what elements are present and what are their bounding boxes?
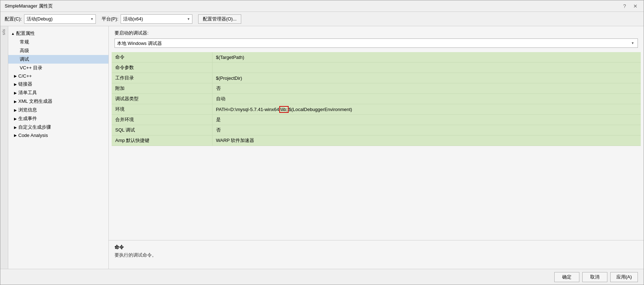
prop-value-workdir[interactable]: $(ProjectDir) (212, 73, 641, 83)
tree-item-code-analysis[interactable]: ▶ Code Analysis (8, 132, 108, 139)
debugger-select[interactable]: 本地 Windows 调试器 (115, 38, 638, 48)
table-row: SQL 调试 否 (112, 125, 641, 135)
tree-root-item[interactable]: ▲ 配置属性 (8, 29, 108, 38)
tree-item-build-events[interactable]: ▶ 生成事件 (8, 114, 108, 123)
prop-name-args: 命令参数 (112, 63, 212, 73)
linker-arrow-icon: ▶ (14, 82, 17, 86)
prop-name-debugger-type: 调试器类型 (112, 94, 212, 104)
debugger-select-wrapper: 本地 Windows 调试器 (115, 38, 638, 48)
platform-select-wrapper: 活动(x64) (121, 14, 192, 24)
prop-value-merge-env[interactable]: 是 (212, 115, 641, 125)
debugger-selector-row: 要启动的调试器: 本地 Windows 调试器 (109, 26, 644, 51)
root-arrow-icon: ▲ (11, 32, 15, 36)
cpp-arrow-icon: ▶ (14, 74, 17, 78)
apply-button[interactable]: 应用(A) (610, 272, 638, 282)
left-sidebar-strip: sys (0, 26, 8, 269)
prop-name-workdir: 工作目录 (112, 73, 212, 83)
prop-value-command[interactable]: $(TargetPath) (212, 52, 641, 63)
tree-root-label: 配置属性 (16, 30, 35, 37)
props-table-wrapper: 命令 $(TargetPath) 命令参数 工作目录 $(ProjectDir) (109, 51, 644, 240)
right-panel: 要启动的调试器: 本地 Windows 调试器 命令 $(TargetPath) (109, 26, 644, 269)
code-analysis-arrow-icon: ▶ (14, 133, 17, 137)
table-row: Amp 默认快捷键 WARP 软件加速器 (112, 135, 641, 146)
xml-label: XML 文档生成器 (18, 98, 52, 105)
manifest-arrow-icon: ▶ (14, 91, 17, 95)
tree-item-manifest[interactable]: ▶ 清单工具 (8, 88, 108, 97)
help-button[interactable]: ? (621, 2, 629, 10)
description-area: 命令 要执行的调试命令。 (109, 240, 644, 269)
tree-item-custom-build[interactable]: ▶ 自定义生成步骤 (8, 123, 108, 132)
table-row: 附加 否 (112, 83, 641, 94)
custom-build-label: 自定义生成步骤 (18, 124, 51, 130)
prop-name-sql-debug: SQL 调试 (112, 125, 212, 135)
table-row: 工作目录 $(ProjectDir) (112, 73, 641, 83)
props-table: 命令 $(TargetPath) 命令参数 工作目录 $(ProjectDir) (112, 52, 641, 146)
tree-item-xml[interactable]: ▶ XML 文档生成器 (8, 97, 108, 106)
dialog: SimpleManager 属性页 ? ✕ 配置(C): 活动(Debug) 平… (0, 0, 644, 285)
manifest-label: 清单工具 (18, 89, 37, 96)
tree-item-linker[interactable]: ▶ 链接器 (8, 80, 108, 88)
tree-item-general[interactable]: 常规 (8, 38, 108, 46)
debugger-label: 要启动的调试器: (115, 30, 638, 36)
toolbar: 配置(C): 活动(Debug) 平台(P): 活动(x64) 配置管理器(O)… (0, 12, 644, 26)
dialog-title: SimpleManager 属性页 (5, 3, 53, 9)
prop-name-command: 命令 (112, 52, 212, 63)
build-events-arrow-icon: ▶ (14, 117, 17, 121)
table-row: 合并环境 是 (112, 115, 641, 125)
config-manager-button[interactable]: 配置管理器(O)... (198, 14, 242, 24)
browse-label: 浏览信息 (18, 107, 37, 113)
tree-item-browse[interactable]: ▶ 浏览信息 (8, 106, 108, 114)
platform-item: 平台(P): 活动(x64) (102, 14, 192, 24)
prop-value-env[interactable]: PATH=D:\mysql-5.7.41-winx64\lib;$(LocalD… (212, 104, 641, 115)
close-button[interactable]: ✕ (631, 2, 639, 10)
config-select-wrapper: 活动(Debug) (24, 14, 96, 24)
ok-button[interactable]: 确定 (554, 272, 579, 282)
table-row: 环境 PATH=D:\mysql-5.7.41-winx64\lib;$(Loc… (112, 104, 641, 115)
table-row: 调试器类型 自动 (112, 94, 641, 104)
build-events-label: 生成事件 (18, 115, 37, 122)
env-highlight: \lib; (279, 106, 289, 113)
sidebar-label-sys: sys (2, 29, 6, 35)
prop-name-amp: Amp 默认快捷键 (112, 135, 212, 146)
cancel-button[interactable]: 取消 (582, 272, 607, 282)
browse-arrow-icon: ▶ (14, 108, 17, 112)
config-label: 配置(C): (5, 16, 22, 22)
cpp-label: C/C++ (18, 73, 32, 79)
description-text: 要执行的调试命令。 (115, 252, 638, 258)
tree-item-advanced[interactable]: 高级 (8, 46, 108, 55)
prop-value-sql-debug[interactable]: 否 (212, 125, 641, 135)
table-row: 命令参数 (112, 63, 641, 73)
prop-name-attach: 附加 (112, 83, 212, 94)
tree-item-vc-dirs[interactable]: VC++ 目录 (8, 64, 108, 72)
xml-arrow-icon: ▶ (14, 100, 17, 104)
prop-value-amp[interactable]: WARP 软件加速器 (212, 135, 641, 146)
prop-value-attach[interactable]: 否 (212, 83, 641, 94)
platform-select[interactable]: 活动(x64) (121, 14, 192, 24)
footer: 确定 取消 应用(A) (0, 269, 644, 285)
tree-item-cpp[interactable]: ▶ C/C++ (8, 72, 108, 80)
title-bar: SimpleManager 属性页 ? ✕ (0, 0, 644, 12)
table-row: 命令 $(TargetPath) (112, 52, 641, 63)
config-item: 配置(C): 活动(Debug) (5, 14, 96, 24)
prop-name-merge-env: 合并环境 (112, 115, 212, 125)
code-analysis-label: Code Analysis (18, 133, 48, 138)
platform-label: 平台(P): (102, 16, 118, 22)
config-select[interactable]: 活动(Debug) (24, 14, 96, 24)
linker-label: 链接器 (18, 81, 32, 87)
prop-value-debugger-type[interactable]: 自动 (212, 94, 641, 104)
left-panel: ▲ 配置属性 常规 高级 调试 VC++ 目录 ▶ C/C++ ▶ 链接器 ▶ … (8, 26, 109, 269)
custom-build-arrow-icon: ▶ (14, 125, 17, 129)
description-title: 命令 (115, 244, 638, 250)
prop-value-args[interactable] (212, 63, 641, 73)
main-content: sys ▲ 配置属性 常规 高级 调试 VC++ 目录 ▶ C/C++ ▶ 链接… (0, 26, 644, 269)
prop-name-env: 环境 (112, 104, 212, 115)
tree-item-debug[interactable]: 调试 (8, 55, 108, 64)
title-bar-buttons: ? ✕ (621, 2, 639, 10)
